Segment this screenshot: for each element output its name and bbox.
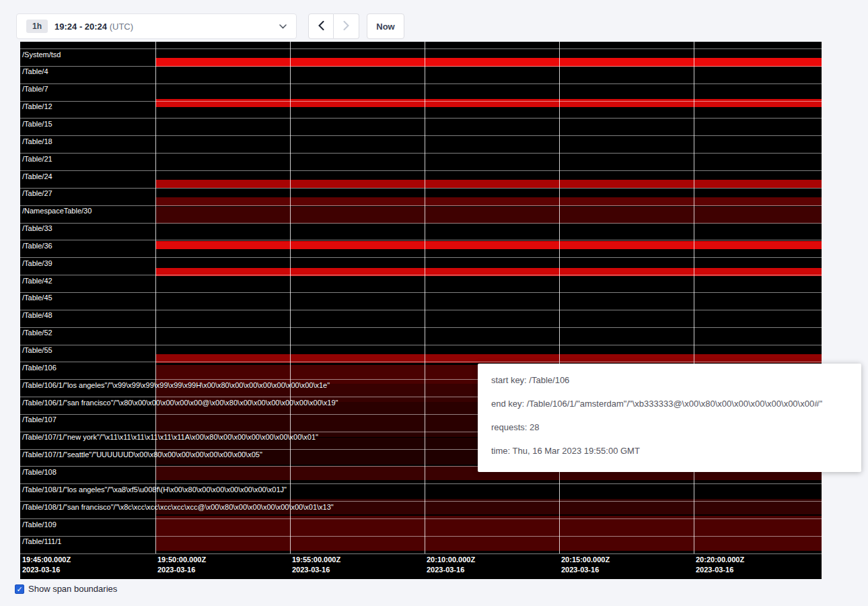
span-boundary-line: [20, 518, 822, 519]
row-label: /Table/106/1/"san francisco"/"\x80\x00\x…: [22, 399, 338, 407]
row-label: /Table/107: [22, 415, 57, 424]
tooltip-end-key: end key: /Table/106/1/"amsterdam"/"\xb33…: [491, 399, 848, 409]
time-axis-date: 2023-03-16: [561, 565, 610, 575]
time-axis-time: 19:55:00.000Z: [292, 555, 340, 565]
time-axis-label: 20:15:00.000Z2023-03-16: [561, 555, 610, 575]
key-visualizer-canvas[interactable]: /System/tsd/Table/4/Table/7/Table/12/Tab…: [20, 42, 822, 579]
time-gridline: [290, 42, 291, 553]
time-axis-label: 19:55:00.000Z2023-03-16: [292, 555, 340, 575]
time-axis-date: 2023-03-16: [157, 565, 206, 575]
time-axis-date: 2023-03-16: [696, 565, 744, 575]
time-gridline: [425, 42, 425, 553]
span-boundary-line: [20, 536, 822, 537]
row-label: /Table/27: [22, 189, 52, 198]
row-label: /Table/111/1: [22, 537, 61, 546]
row-label: /Table/108/1/"los angeles"/"\xa8\xf5\u00…: [22, 485, 287, 494]
row-label: /Table/42: [22, 277, 52, 285]
next-time-button[interactable]: [334, 13, 359, 39]
time-range-value: 19:24 - 20:24: [55, 22, 107, 32]
time-axis-label: 20:20:00.000Z2023-03-16: [696, 555, 744, 575]
time-axis-date: 2023-03-16: [292, 565, 340, 575]
row-label: /Table/106/1/"los angeles"/"\x99\x99\x99…: [22, 381, 330, 390]
row-label: /Table/15: [22, 120, 52, 129]
time-axis-date: 2023-03-16: [22, 565, 71, 575]
row-label: /Table/48: [22, 311, 52, 320]
heatmap-band: [155, 516, 822, 551]
time-axis-time: 19:45:00.000Z: [22, 555, 71, 565]
chevron-down-icon: [279, 24, 287, 29]
row-label: /NamespaceTable/30: [22, 207, 92, 215]
time-axis-label: 20:10:00.000Z2023-03-16: [427, 555, 475, 575]
check-icon: ✓: [16, 585, 22, 593]
time-axis-time: 19:50:00.000Z: [157, 555, 206, 565]
row-label: /Table/55: [22, 346, 52, 355]
span-boundary-line: [20, 362, 822, 362]
show-span-boundaries-checkbox[interactable]: ✓: [15, 584, 24, 594]
span-boundary-line: [20, 101, 822, 102]
span-boundary-line: [20, 240, 822, 240]
row-label: /Table/4: [22, 67, 48, 76]
span-boundary-line: [20, 292, 822, 293]
span-boundary-line: [20, 310, 822, 310]
show-span-boundaries-label: Show span boundaries: [28, 584, 117, 594]
time-gridline: [155, 42, 156, 553]
heatmap-band: [155, 241, 822, 249]
span-boundary-line: [20, 48, 822, 49]
tooltip-start-key: start key: /Table/106: [491, 375, 848, 385]
span-boundary-line: [20, 501, 822, 502]
span-boundary-line: [20, 153, 822, 154]
span-boundary-line: [20, 275, 822, 275]
row-label: /Table/109: [22, 520, 57, 529]
heatmap-band: [155, 180, 822, 188]
span-boundary-line: [20, 553, 822, 554]
span-boundary-line: [20, 135, 822, 136]
span-boundary-line: [20, 83, 822, 84]
row-label: /Table/106: [22, 364, 57, 372]
time-range-selector[interactable]: 1h 19:24 - 20:24 (UTC): [16, 13, 297, 39]
time-range-text: 19:24 - 20:24 (UTC): [55, 22, 133, 32]
row-label: /Table/24: [22, 172, 52, 181]
row-label: /Table/108: [22, 468, 57, 477]
time-gridline: [559, 42, 560, 553]
row-label: /Table/107/1/"seattle"/"UUUUUUD\x00\x80\…: [22, 450, 262, 459]
span-boundary-line: [20, 118, 822, 119]
time-axis-time: 20:20:00.000Z: [696, 555, 744, 565]
span-boundary-line: [20, 257, 822, 258]
tooltip-time: time: Thu, 16 Mar 2023 19:55:00 GMT: [491, 446, 848, 456]
row-label: /Table/7: [22, 85, 48, 94]
row-label: /Table/108/1/"san francisco"/"\x8c\xcc\x…: [22, 503, 334, 512]
row-label: /Table/21: [22, 155, 52, 164]
span-boundary-line: [20, 66, 822, 67]
row-label: /Table/45: [22, 294, 52, 302]
row-label: /Table/107/1/"new york"/"\x11\x11\x11\x1…: [22, 433, 318, 442]
time-gridline: [694, 42, 694, 553]
span-boundary-line: [20, 223, 822, 224]
span-boundary-line: [20, 188, 822, 189]
time-axis-label: 19:45:00.000Z2023-03-16: [22, 555, 71, 575]
row-label: /Table/33: [22, 224, 52, 233]
time-axis-time: 20:15:00.000Z: [561, 555, 610, 565]
span-boundary-line: [20, 345, 822, 345]
now-button[interactable]: Now: [367, 13, 404, 39]
time-axis-time: 20:10:00.000Z: [427, 555, 475, 565]
row-label: /Table/39: [22, 259, 52, 268]
footer: ✓ Show span boundaries: [15, 584, 117, 594]
span-boundary-line: [20, 170, 822, 171]
timezone-label: (UTC): [110, 22, 133, 32]
chevron-left-icon: [318, 21, 324, 32]
chevron-right-icon: [343, 21, 349, 32]
span-boundary-line: [20, 327, 822, 328]
time-axis-date: 2023-03-16: [427, 565, 475, 575]
time-axis-label: 19:50:00.000Z2023-03-16: [157, 555, 206, 575]
row-label: /Table/36: [22, 242, 52, 250]
duration-badge: 1h: [26, 20, 48, 33]
span-boundary-line: [20, 205, 822, 206]
row-label: /Table/18: [22, 137, 52, 146]
row-label: /Table/12: [22, 102, 52, 111]
tooltip-requests: requests: 28: [491, 422, 848, 432]
row-label: /System/tsd: [22, 50, 61, 59]
row-label: /Table/52: [22, 329, 52, 337]
prev-time-button[interactable]: [308, 13, 334, 39]
hover-tooltip: start key: /Table/106 end key: /Table/10…: [478, 364, 861, 472]
time-nav-group: [308, 13, 359, 39]
